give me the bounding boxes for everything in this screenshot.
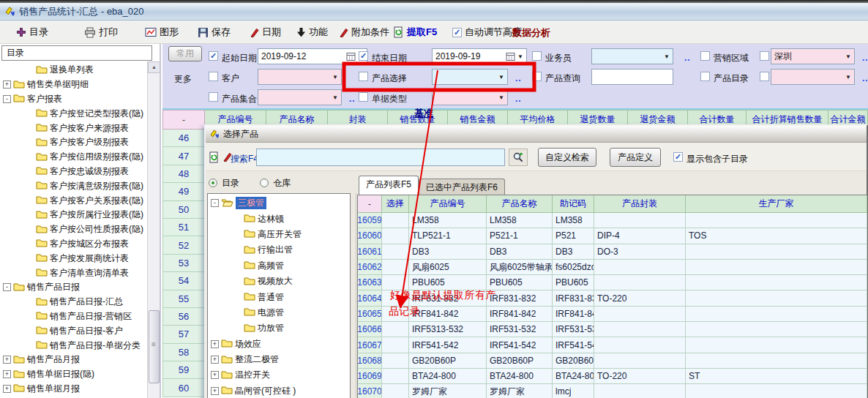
- row-number-cell[interactable]: 59: [162, 361, 205, 379]
- tree-expander-icon[interactable]: -: [211, 199, 219, 207]
- sidebar-tree-item[interactable]: + 销售产品月报: [0, 353, 148, 367]
- extra-condition-button[interactable]: 附加条件: [338, 25, 389, 40]
- product-select-cell[interactable]: [382, 290, 409, 306]
- product-id-cell[interactable]: 16063: [358, 275, 382, 290]
- tree-expander-icon[interactable]: +: [211, 356, 219, 364]
- customer-dropdown[interactable]: ▼: [258, 69, 342, 85]
- chevron-down-icon[interactable]: ▼: [844, 74, 853, 80]
- row-number-cell[interactable]: 46: [162, 129, 205, 147]
- product-define-button[interactable]: 产品定义: [610, 148, 661, 167]
- row-number-cell[interactable]: 50: [162, 201, 205, 219]
- category-tree-item[interactable]: 行输出管: [208, 242, 350, 258]
- package-column-header[interactable]: 产品封装: [594, 195, 686, 213]
- function-button[interactable]: 功能: [296, 25, 328, 40]
- product-table-row[interactable]: 16064 IRF831-832 IRF831-832 IRF831-832 T…: [358, 290, 867, 306]
- date-button[interactable]: 日期: [249, 25, 281, 40]
- product-table-row[interactable]: 16066 IRF5313-532 IRF531-532 IRF531-532: [358, 322, 867, 337]
- row-number-cell[interactable]: 49: [162, 183, 205, 200]
- search-go-button[interactable]: [509, 149, 528, 166]
- product-select-more-dots[interactable]: ..: [515, 73, 522, 83]
- chevron-down-icon[interactable]: ▼: [497, 74, 506, 80]
- product-table-row[interactable]: 16068 GB20B60P GB20B60P GB20B60P: [358, 353, 867, 369]
- sidebar-tree-item[interactable]: 销售产品日报-营销区: [0, 309, 148, 324]
- row-number-cell[interactable]: 47: [162, 147, 205, 165]
- auto-height-toggle[interactable]: 自动调节高度: [452, 25, 522, 40]
- product-select-cell[interactable]: [382, 307, 409, 322]
- sidebar-tree-item[interactable]: 客户按城区分布报表: [0, 237, 148, 252]
- sidebar-tree-item[interactable]: 退换单列表: [0, 63, 148, 78]
- product-set-more-dots[interactable]: ..: [349, 94, 356, 104]
- product-id-cell[interactable]: 16065: [358, 307, 382, 322]
- product-select-cell[interactable]: [382, 353, 409, 369]
- doc-type-dropdown[interactable]: ▼: [432, 89, 508, 105]
- product-select-cell[interactable]: [382, 260, 409, 275]
- region-more-dots[interactable]: ..: [862, 53, 868, 63]
- sidebar-tree-item[interactable]: 客户按登记类型报表(隐): [0, 106, 148, 121]
- tree-expander-icon[interactable]: +: [211, 371, 219, 379]
- refresh-doc-icon[interactable]: [209, 151, 220, 163]
- product-id-cell[interactable]: 16070: [358, 384, 382, 398]
- sidebar-tree-item[interactable]: 客户按客户级别报表: [0, 135, 148, 150]
- product-table-row[interactable]: 16065 IRF841-842 IRF841-842 IRF841-842: [358, 307, 867, 322]
- product-set-dropdown[interactable]: ▼: [258, 89, 342, 105]
- product-select-checkbox[interactable]: [359, 72, 368, 81]
- data-analysis-label[interactable]: 数据分析: [512, 26, 550, 40]
- chevron-down-icon[interactable]: ▼: [844, 53, 853, 60]
- product-id-cell[interactable]: 16059: [358, 213, 382, 228]
- sidebar-tree-item[interactable]: + 销售单据日报(隐): [0, 367, 148, 382]
- category-tree-item[interactable]: + 晶闸管(可控硅 ): [208, 383, 350, 398]
- row-number-cell[interactable]: 56: [162, 308, 205, 326]
- row-number-cell[interactable]: 51: [162, 219, 205, 236]
- sidebar-tree-item[interactable]: 客户按客户关系报表(隐): [0, 193, 148, 208]
- category-tree-item[interactable]: 视频放大: [208, 274, 350, 289]
- sidebar-tree-item[interactable]: 销售产品日报-汇总: [0, 295, 148, 309]
- catalog-radio[interactable]: [209, 179, 217, 187]
- category-tree-item[interactable]: - 三极管: [208, 195, 350, 211]
- chevron-down-icon[interactable]: ▼: [516, 53, 525, 60]
- product-table-row[interactable]: 16067 IRF541-542 IRF541-542 IRF541-542: [358, 337, 867, 353]
- sidebar-tree-item[interactable]: + 销售单据月报: [0, 382, 148, 397]
- end-date-checkbox[interactable]: [359, 51, 368, 61]
- product-select-cell[interactable]: [382, 213, 409, 228]
- tree-expander-icon[interactable]: -: [3, 95, 11, 103]
- product-select-cell[interactable]: [382, 244, 409, 260]
- sidebar-tree-item[interactable]: 客户按满意级别报表(隐): [0, 179, 148, 193]
- row-number-cell[interactable]: 60: [162, 379, 205, 397]
- product-select-cell[interactable]: [382, 322, 409, 337]
- sidebar-tree-item[interactable]: 销售产品日报-单据分类: [0, 338, 148, 353]
- sidebar-tree-item[interactable]: + 销售类单据明细: [0, 78, 148, 92]
- sidebar-tree-item[interactable]: - 客户报表: [0, 92, 148, 107]
- sidebar-tree-item[interactable]: 客户按发展商统计表: [0, 251, 148, 266]
- row-number-cell[interactable]: 58: [162, 344, 205, 361]
- salesman-more-dots[interactable]: ..: [684, 53, 691, 63]
- product-id-cell[interactable]: 16066: [358, 322, 382, 337]
- custom-search-button[interactable]: 自定义检索: [538, 148, 596, 167]
- region-dropdown[interactable]: 深圳 ▼: [771, 48, 855, 64]
- product-id-cell[interactable]: 16060: [358, 228, 382, 244]
- chevron-down-icon[interactable]: ▼: [331, 74, 340, 80]
- print-button[interactable]: 打印: [84, 25, 118, 40]
- category-tree-item[interactable]: 电源管: [208, 305, 350, 320]
- row-number-cell[interactable]: 55: [162, 290, 205, 308]
- tab-product-list[interactable]: 产品列表F5: [359, 176, 419, 195]
- scroll-up-icon[interactable]: ▲: [148, 61, 160, 73]
- tree-expander-icon[interactable]: +: [3, 80, 11, 89]
- category-tree-item[interactable]: + 温控开关: [208, 367, 350, 383]
- row-number-cell[interactable]: 52: [162, 236, 205, 254]
- row-number-cell[interactable]: 54: [162, 272, 205, 290]
- tree-expander-icon[interactable]: +: [3, 385, 11, 393]
- product-table-row[interactable]: 16070 罗姆厂家 罗姆厂家 lmcj: [358, 384, 867, 398]
- row-number-cell[interactable]: 48: [162, 165, 205, 183]
- category-tree-item[interactable]: + 场效应: [208, 337, 350, 352]
- category-tree-item[interactable]: 高频管: [208, 258, 350, 274]
- product-table-row[interactable]: 16061 DB3 DB3 DB3 DO-3: [358, 244, 867, 260]
- sidebar-tree-item[interactable]: 客户清单查询清单表: [0, 266, 148, 280]
- product-select-cell[interactable]: [382, 384, 409, 398]
- tree-expander-icon[interactable]: +: [3, 356, 11, 364]
- product-select-cell[interactable]: [382, 228, 409, 244]
- tree-expander-icon[interactable]: +: [211, 387, 219, 395]
- product-select-cell[interactable]: [382, 369, 409, 384]
- code-column-header[interactable]: 产品编号: [409, 195, 487, 213]
- category-tree-item[interactable]: + 整流二极管: [208, 352, 350, 367]
- region-extra-checkbox[interactable]: [760, 51, 769, 61]
